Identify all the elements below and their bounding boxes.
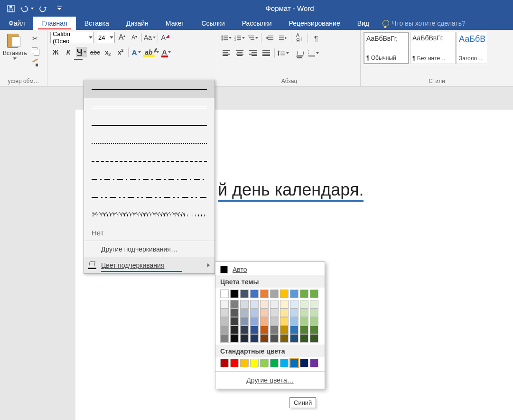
color-swatch[interactable] — [260, 334, 269, 343]
qat-customize-button[interactable] — [52, 1, 66, 16]
color-swatch[interactable] — [270, 334, 279, 343]
color-swatch[interactable] — [220, 317, 229, 326]
styles-gallery[interactable]: АаБбВвГг, ¶ Обычный АаБбВвГг, ¶ Без инте… — [364, 32, 487, 64]
color-swatch[interactable] — [290, 300, 298, 308]
color-swatch[interactable] — [300, 300, 308, 308]
color-swatch[interactable] — [290, 289, 298, 298]
color-swatch[interactable] — [260, 289, 269, 298]
color-swatch[interactable] — [270, 317, 279, 326]
format-painter-button[interactable] — [30, 58, 40, 68]
color-swatch[interactable] — [240, 326, 249, 334]
tab-home[interactable]: Главная — [33, 17, 75, 30]
color-swatch[interactable] — [240, 334, 249, 343]
color-swatch[interactable] — [220, 289, 229, 298]
color-swatch[interactable] — [230, 308, 239, 317]
underline-color-item[interactable]: Цвет подчеркивания — [84, 257, 215, 273]
color-swatch[interactable] — [260, 359, 269, 367]
color-swatch[interactable] — [230, 334, 239, 343]
align-left-button[interactable] — [221, 48, 232, 58]
underline-button[interactable]: Ч — [76, 47, 87, 57]
underline-style-dashdot[interactable] — [84, 170, 215, 188]
line-spacing-button[interactable] — [278, 48, 289, 58]
color-swatch[interactable] — [220, 359, 229, 367]
more-colors[interactable]: Другие цвета… — [215, 373, 325, 387]
color-swatch[interactable] — [260, 308, 269, 317]
underline-none[interactable]: Нет — [84, 224, 215, 241]
underline-style-thick[interactable] — [84, 116, 215, 134]
shading-button[interactable] — [295, 48, 306, 58]
style-no-spacing[interactable]: АаБбВвГг, ¶ Без инте… — [410, 32, 456, 64]
borders-button[interactable] — [308, 48, 319, 58]
change-case-button[interactable]: Aa — [144, 32, 156, 43]
color-swatch[interactable] — [250, 308, 259, 317]
redo-button[interactable] — [36, 1, 50, 16]
tab-design[interactable]: Дизайн — [118, 17, 157, 30]
color-swatch[interactable] — [300, 289, 308, 298]
color-swatch[interactable] — [240, 359, 249, 367]
color-swatch[interactable] — [310, 326, 318, 334]
color-swatch[interactable] — [300, 308, 308, 317]
color-swatch[interactable] — [310, 289, 318, 298]
tab-references[interactable]: Ссылки — [193, 17, 233, 30]
align-right-button[interactable] — [248, 48, 258, 58]
justify-button[interactable] — [261, 48, 271, 58]
cut-button[interactable]: ✂ — [30, 34, 40, 43]
tab-view[interactable]: Вид — [349, 17, 378, 30]
color-swatch[interactable] — [250, 326, 259, 334]
color-swatch[interactable] — [270, 326, 279, 334]
color-swatch[interactable] — [230, 289, 239, 298]
superscript-button[interactable]: x2 — [115, 47, 126, 57]
paste-button[interactable]: Вставить — [3, 32, 27, 60]
font-color-button[interactable]: A — [161, 47, 172, 57]
color-swatch[interactable] — [310, 359, 318, 367]
color-swatch[interactable] — [280, 334, 289, 343]
color-swatch[interactable] — [220, 300, 229, 308]
color-swatch[interactable] — [260, 317, 269, 326]
color-swatch[interactable] — [280, 289, 289, 298]
clear-formatting-button[interactable]: A◢ — [160, 32, 170, 43]
color-swatch[interactable] — [220, 334, 229, 343]
color-swatch[interactable] — [250, 317, 259, 326]
show-marks-button[interactable]: ¶ — [311, 33, 321, 43]
tab-layout[interactable]: Макет — [157, 17, 193, 30]
color-swatch[interactable] — [250, 334, 259, 343]
font-name-combo[interactable]: Calibri (Осно — [50, 32, 94, 43]
grow-font-button[interactable]: A▴ — [117, 32, 127, 43]
underline-style-dashed[interactable] — [84, 152, 215, 170]
bullets-button[interactable] — [221, 33, 232, 43]
tab-insert[interactable]: Вставка — [76, 17, 118, 30]
color-swatch[interactable] — [280, 317, 289, 326]
color-swatch[interactable] — [250, 359, 259, 367]
color-swatch[interactable] — [270, 300, 279, 308]
color-swatch[interactable] — [300, 317, 308, 326]
color-swatch[interactable] — [280, 308, 289, 317]
undo-button[interactable] — [20, 1, 34, 16]
color-swatch[interactable] — [310, 317, 318, 326]
underline-style-wave[interactable] — [84, 206, 215, 224]
save-button[interactable] — [4, 1, 18, 16]
underline-more[interactable]: Другие подчеркивания… — [84, 241, 215, 257]
numbering-button[interactable]: 123 — [234, 33, 245, 43]
color-swatch[interactable] — [300, 334, 308, 343]
font-size-combo[interactable]: 24 — [96, 32, 115, 43]
style-heading1[interactable]: АаБбВ Заголово… — [457, 32, 487, 64]
color-swatch[interactable] — [310, 334, 318, 343]
tab-review[interactable]: Рецензирование — [280, 17, 349, 30]
align-center-button[interactable] — [234, 48, 245, 58]
color-swatch[interactable] — [240, 289, 249, 298]
increase-indent-button[interactable] — [278, 33, 288, 43]
color-swatch[interactable] — [230, 317, 239, 326]
underline-style-single[interactable] — [84, 80, 215, 98]
color-swatch[interactable] — [290, 359, 298, 367]
color-auto[interactable]: Авто — [215, 264, 325, 275]
multilevel-button[interactable] — [248, 33, 258, 43]
color-swatch[interactable] — [280, 300, 289, 308]
color-swatch[interactable] — [220, 326, 229, 334]
color-swatch[interactable] — [300, 326, 308, 334]
underline-style-dotted[interactable] — [84, 134, 215, 152]
color-swatch[interactable] — [290, 326, 298, 334]
color-swatch[interactable] — [270, 308, 279, 317]
color-swatch[interactable] — [250, 289, 259, 298]
italic-button[interactable]: К — [63, 47, 74, 57]
color-swatch[interactable] — [300, 359, 308, 367]
